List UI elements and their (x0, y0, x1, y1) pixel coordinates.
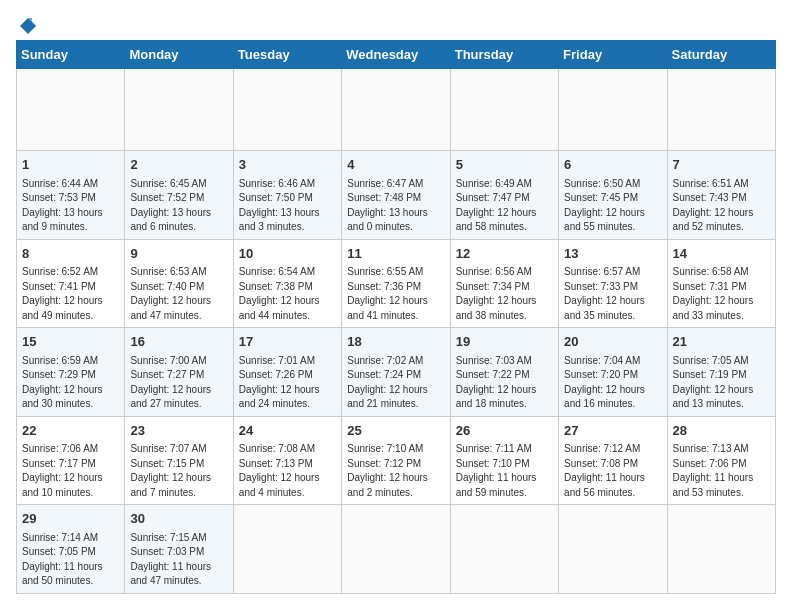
calendar-cell: 22Sunrise: 7:06 AMSunset: 7:17 PMDayligh… (17, 416, 125, 505)
day-info: Sunrise: 6:52 AMSunset: 7:41 PMDaylight:… (22, 265, 119, 323)
day-info: Sunrise: 6:46 AMSunset: 7:50 PMDaylight:… (239, 177, 336, 235)
day-info: Sunrise: 7:05 AMSunset: 7:19 PMDaylight:… (673, 354, 770, 412)
calendar-week-row: 15Sunrise: 6:59 AMSunset: 7:29 PMDayligh… (17, 328, 776, 417)
calendar-cell: 17Sunrise: 7:01 AMSunset: 7:26 PMDayligh… (233, 328, 341, 417)
day-info: Sunrise: 6:58 AMSunset: 7:31 PMDaylight:… (673, 265, 770, 323)
calendar-week-row: 1Sunrise: 6:44 AMSunset: 7:53 PMDaylight… (17, 151, 776, 240)
weekday-header-sunday: Sunday (17, 41, 125, 69)
calendar-cell: 13Sunrise: 6:57 AMSunset: 7:33 PMDayligh… (559, 239, 667, 328)
calendar-cell: 10Sunrise: 6:54 AMSunset: 7:38 PMDayligh… (233, 239, 341, 328)
day-number: 30 (130, 509, 227, 529)
day-number: 19 (456, 332, 553, 352)
day-number: 27 (564, 421, 661, 441)
day-number: 22 (22, 421, 119, 441)
day-info: Sunrise: 6:54 AMSunset: 7:38 PMDaylight:… (239, 265, 336, 323)
calendar-cell: 1Sunrise: 6:44 AMSunset: 7:53 PMDaylight… (17, 151, 125, 240)
weekday-header-saturday: Saturday (667, 41, 775, 69)
calendar-cell: 9Sunrise: 6:53 AMSunset: 7:40 PMDaylight… (125, 239, 233, 328)
day-info: Sunrise: 7:11 AMSunset: 7:10 PMDaylight:… (456, 442, 553, 500)
day-number: 7 (673, 155, 770, 175)
calendar-cell (559, 69, 667, 151)
day-info: Sunrise: 6:45 AMSunset: 7:52 PMDaylight:… (130, 177, 227, 235)
calendar-cell (17, 69, 125, 151)
day-info: Sunrise: 7:06 AMSunset: 7:17 PMDaylight:… (22, 442, 119, 500)
day-info: Sunrise: 7:07 AMSunset: 7:15 PMDaylight:… (130, 442, 227, 500)
calendar-week-row: 29Sunrise: 7:14 AMSunset: 7:05 PMDayligh… (17, 505, 776, 594)
calendar-cell (125, 69, 233, 151)
day-info: Sunrise: 6:47 AMSunset: 7:48 PMDaylight:… (347, 177, 444, 235)
day-number: 2 (130, 155, 227, 175)
day-number: 11 (347, 244, 444, 264)
calendar-cell: 15Sunrise: 6:59 AMSunset: 7:29 PMDayligh… (17, 328, 125, 417)
logo-icon (18, 16, 38, 36)
calendar-cell: 5Sunrise: 6:49 AMSunset: 7:47 PMDaylight… (450, 151, 558, 240)
day-info: Sunrise: 6:55 AMSunset: 7:36 PMDaylight:… (347, 265, 444, 323)
day-info: Sunrise: 7:00 AMSunset: 7:27 PMDaylight:… (130, 354, 227, 412)
calendar-cell: 4Sunrise: 6:47 AMSunset: 7:48 PMDaylight… (342, 151, 450, 240)
day-info: Sunrise: 6:50 AMSunset: 7:45 PMDaylight:… (564, 177, 661, 235)
weekday-header-row: SundayMondayTuesdayWednesdayThursdayFrid… (17, 41, 776, 69)
day-info: Sunrise: 6:53 AMSunset: 7:40 PMDaylight:… (130, 265, 227, 323)
day-number: 26 (456, 421, 553, 441)
day-info: Sunrise: 7:10 AMSunset: 7:12 PMDaylight:… (347, 442, 444, 500)
day-number: 14 (673, 244, 770, 264)
calendar-cell: 29Sunrise: 7:14 AMSunset: 7:05 PMDayligh… (17, 505, 125, 594)
day-number: 28 (673, 421, 770, 441)
day-info: Sunrise: 7:03 AMSunset: 7:22 PMDaylight:… (456, 354, 553, 412)
calendar-cell: 20Sunrise: 7:04 AMSunset: 7:20 PMDayligh… (559, 328, 667, 417)
day-info: Sunrise: 7:15 AMSunset: 7:03 PMDaylight:… (130, 531, 227, 589)
day-info: Sunrise: 6:57 AMSunset: 7:33 PMDaylight:… (564, 265, 661, 323)
day-number: 6 (564, 155, 661, 175)
page-header (16, 16, 776, 32)
day-number: 10 (239, 244, 336, 264)
day-number: 15 (22, 332, 119, 352)
day-number: 3 (239, 155, 336, 175)
calendar-cell: 24Sunrise: 7:08 AMSunset: 7:13 PMDayligh… (233, 416, 341, 505)
calendar-cell: 27Sunrise: 7:12 AMSunset: 7:08 PMDayligh… (559, 416, 667, 505)
calendar-cell: 25Sunrise: 7:10 AMSunset: 7:12 PMDayligh… (342, 416, 450, 505)
calendar-cell (450, 505, 558, 594)
weekday-header-friday: Friday (559, 41, 667, 69)
day-info: Sunrise: 7:08 AMSunset: 7:13 PMDaylight:… (239, 442, 336, 500)
calendar-cell: 23Sunrise: 7:07 AMSunset: 7:15 PMDayligh… (125, 416, 233, 505)
day-number: 25 (347, 421, 444, 441)
calendar-cell: 26Sunrise: 7:11 AMSunset: 7:10 PMDayligh… (450, 416, 558, 505)
day-number: 18 (347, 332, 444, 352)
calendar-cell (450, 69, 558, 151)
calendar-cell: 6Sunrise: 6:50 AMSunset: 7:45 PMDaylight… (559, 151, 667, 240)
calendar-cell (667, 69, 775, 151)
day-number: 8 (22, 244, 119, 264)
calendar-cell: 21Sunrise: 7:05 AMSunset: 7:19 PMDayligh… (667, 328, 775, 417)
calendar-cell (233, 69, 341, 151)
weekday-header-tuesday: Tuesday (233, 41, 341, 69)
calendar-cell (559, 505, 667, 594)
calendar-cell (233, 505, 341, 594)
day-number: 20 (564, 332, 661, 352)
day-number: 9 (130, 244, 227, 264)
day-info: Sunrise: 7:14 AMSunset: 7:05 PMDaylight:… (22, 531, 119, 589)
day-number: 13 (564, 244, 661, 264)
calendar-week-row: 8Sunrise: 6:52 AMSunset: 7:41 PMDaylight… (17, 239, 776, 328)
weekday-header-thursday: Thursday (450, 41, 558, 69)
day-info: Sunrise: 6:49 AMSunset: 7:47 PMDaylight:… (456, 177, 553, 235)
day-number: 5 (456, 155, 553, 175)
day-info: Sunrise: 6:56 AMSunset: 7:34 PMDaylight:… (456, 265, 553, 323)
day-info: Sunrise: 7:12 AMSunset: 7:08 PMDaylight:… (564, 442, 661, 500)
calendar-table: SundayMondayTuesdayWednesdayThursdayFrid… (16, 40, 776, 594)
day-number: 24 (239, 421, 336, 441)
calendar-cell (342, 69, 450, 151)
day-number: 4 (347, 155, 444, 175)
calendar-cell: 19Sunrise: 7:03 AMSunset: 7:22 PMDayligh… (450, 328, 558, 417)
weekday-header-monday: Monday (125, 41, 233, 69)
day-info: Sunrise: 6:51 AMSunset: 7:43 PMDaylight:… (673, 177, 770, 235)
calendar-cell: 30Sunrise: 7:15 AMSunset: 7:03 PMDayligh… (125, 505, 233, 594)
day-number: 12 (456, 244, 553, 264)
calendar-cell: 18Sunrise: 7:02 AMSunset: 7:24 PMDayligh… (342, 328, 450, 417)
calendar-cell: 7Sunrise: 6:51 AMSunset: 7:43 PMDaylight… (667, 151, 775, 240)
day-number: 17 (239, 332, 336, 352)
calendar-cell: 14Sunrise: 6:58 AMSunset: 7:31 PMDayligh… (667, 239, 775, 328)
day-info: Sunrise: 7:13 AMSunset: 7:06 PMDaylight:… (673, 442, 770, 500)
day-number: 29 (22, 509, 119, 529)
calendar-cell: 12Sunrise: 6:56 AMSunset: 7:34 PMDayligh… (450, 239, 558, 328)
calendar-cell (667, 505, 775, 594)
